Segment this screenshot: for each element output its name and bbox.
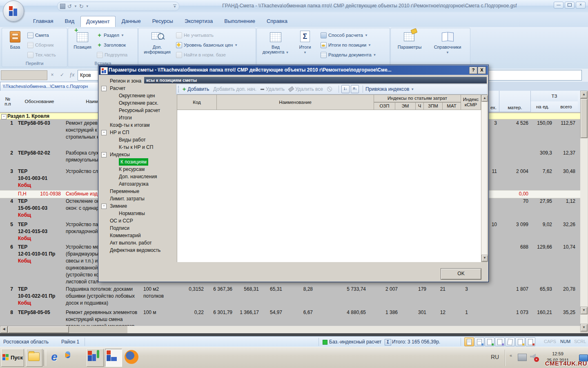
delete-all-button[interactable]: Удалить все <box>289 86 323 92</box>
tree-item-расчет[interactable]: −Расчет <box>99 85 176 92</box>
scroll-left-icon[interactable]: ◀ <box>0 326 8 333</box>
tree-expander-icon[interactable]: − <box>101 86 107 91</box>
tree-item-лимит-затраты[interactable]: Лимит. затраты <box>99 195 176 202</box>
tree-item-к-ты-к-нр-и-сп[interactable]: К-ты к НР и СП <box>99 144 176 151</box>
internet-explorer-button[interactable]: e <box>47 349 62 367</box>
ok-button[interactable]: OK <box>441 268 481 280</box>
index-binding-button[interactable]: Привязка индексов▼ <box>365 86 414 92</box>
tree-item-дефектная-ведомость[interactable]: Дефектная ведомость <box>99 247 176 254</box>
col-mat[interactable]: МАТ <box>443 102 461 110</box>
add-extra-button[interactable]: Добавить доп. нач. <box>213 86 256 92</box>
tab-vypolnenie[interactable]: Выполнение <box>219 16 261 27</box>
document-tab[interactable]: \\Tkacheva\обменна...\Смета с.Подгорн <box>0 82 104 91</box>
grand-smeta-task-button-2[interactable] <box>105 349 122 367</box>
cancel-icon[interactable]: × <box>48 71 56 79</box>
zagolovok-button[interactable]: +Заголовок <box>97 40 126 49</box>
view-mode-button-5[interactable] <box>505 337 515 346</box>
sbornik-button[interactable]: Сборник <box>27 40 54 49</box>
col-header-tz-total[interactable]: всего <box>555 101 578 112</box>
view-mode-button-1[interactable] <box>464 337 474 346</box>
col-header-mat[interactable]: матер. <box>499 91 531 112</box>
col-index-ksmr[interactable]: Индекс кСМР <box>461 94 481 110</box>
tab-dokument[interactable]: Документ <box>80 16 116 27</box>
media-player-button[interactable]: ▶ <box>63 349 80 367</box>
add-button[interactable]: +Добавить <box>183 86 209 92</box>
tree-item-акт-выполн-работ[interactable]: Акт выполн. работ <box>99 239 176 247</box>
grand-smeta-task-button-1[interactable] <box>87 349 104 367</box>
col-naimenovanie[interactable]: Наименование <box>217 94 374 110</box>
tab-ekspertiza[interactable]: Экспертиза <box>179 16 218 27</box>
smeta-button[interactable]: Смета <box>27 31 49 40</box>
fx-icon[interactable]: ƒx <box>68 71 76 79</box>
tab-dannye[interactable]: Данные <box>116 16 146 27</box>
tree-item-регион-и-зона[interactable]: Регион и зона <box>99 77 176 85</box>
tree-expander-icon[interactable]: − <box>101 152 107 157</box>
firefox-button[interactable] <box>123 349 141 367</box>
vertical-scrollbar[interactable]: ▲ ▼ ▼ <box>580 91 588 331</box>
tech-part-button[interactable]: Тех.часть <box>27 50 56 59</box>
close-button[interactable]: × <box>576 2 586 9</box>
numeric-sort-button[interactable]: 1↓ <box>341 85 350 93</box>
col-zpm[interactable]: ЗПМ <box>424 102 443 110</box>
spravochniki-button[interactable]: Справочники▼ <box>428 29 467 55</box>
scroll-up-icon[interactable]: ▲ <box>481 95 488 102</box>
tab-glavnaya[interactable]: Главная <box>28 16 58 27</box>
tree-item-доп-начисления[interactable]: Доп. начисления <box>99 173 176 180</box>
unlink-button[interactable] <box>327 87 332 92</box>
view-mode-button-2[interactable] <box>474 337 484 346</box>
tree-item-виды-работ[interactable]: Виды работ <box>99 136 176 144</box>
tray-chevron-icon[interactable]: « <box>510 353 512 358</box>
dialog-help-button[interactable]: ? <box>469 67 477 74</box>
tab-vid[interactable]: Вид <box>59 16 80 27</box>
ne-uchityvat-button[interactable]: Не учитывать <box>176 31 214 40</box>
tree-item-коэф-ты-к-итогам[interactable]: Коэф-ты к итогам <box>99 121 176 129</box>
col-header-just[interactable]: Обоснование <box>16 91 64 112</box>
col-group-indeksy[interactable]: Индексы по статьям затрат <box>374 94 461 102</box>
podgruppa-button[interactable]: Подгруппа <box>97 50 127 59</box>
tree-item-итоги[interactable]: Итоги <box>99 114 176 121</box>
base-button[interactable]: База <box>4 29 26 49</box>
col-em[interactable]: ЭМ <box>395 102 416 110</box>
parametry-button[interactable]: Параметры <box>393 29 426 49</box>
undo-dropdown-icon[interactable]: ▼ <box>74 4 77 8</box>
dialog-scrollbar[interactable]: ▲ ▼ <box>481 94 488 262</box>
col-ch[interactable]: Ч <box>416 102 424 110</box>
dop-info-button[interactable]: Доп. информация <box>142 29 173 54</box>
razdel-button[interactable]: +Раздел▼ <box>97 31 124 40</box>
tab-resursy[interactable]: Ресурсы <box>147 16 178 27</box>
maximize-button[interactable] <box>565 2 575 9</box>
undo-icon[interactable]: ↺ <box>67 4 72 9</box>
tree-item-автозагрузка[interactable]: Автозагрузка <box>99 180 176 188</box>
scroll-down-icon[interactable]: ▼ <box>580 307 588 314</box>
tree-item-ресурсный-расчет[interactable]: Ресурсный расчет <box>99 107 176 114</box>
hscroll-thumb[interactable] <box>8 326 69 333</box>
tree-item-переменные[interactable]: Переменные <box>99 188 176 195</box>
tree-item-нормативы[interactable]: Нормативы <box>99 210 176 217</box>
tree-item-к-позициям[interactable]: К позициям <box>99 158 176 166</box>
col-header-tz-unit[interactable]: на ед. <box>531 101 555 112</box>
tree-item-подписи[interactable]: Подписи <box>99 224 176 232</box>
position-button[interactable]: + Позиция <box>71 29 94 49</box>
col-kod[interactable]: Код <box>177 94 217 110</box>
nayti-v-norm-baze-button[interactable]: Найти в норм. базе <box>176 50 226 59</box>
delete-button[interactable]: Удалить <box>261 86 285 92</box>
scroll-up-icon[interactable]: ▲ <box>580 91 588 99</box>
tree-item-к-ресурсам[interactable]: К ресурсам <box>99 166 176 173</box>
tree-item-индексы[interactable]: −Индексы <box>99 151 176 158</box>
view-mode-button-4[interactable] <box>495 337 505 346</box>
tree-item-округление-расх-[interactable]: Округление расх. <box>99 99 176 107</box>
itogi-po-pozicii-button[interactable]: Итоги по позиции▼ <box>321 40 371 49</box>
start-button[interactable]: Пуск <box>1 349 24 367</box>
tab-spravka[interactable]: Справка <box>261 16 293 27</box>
save-icon[interactable] <box>60 4 65 9</box>
tree-item-комментарий[interactable]: Комментарий <box>99 232 176 239</box>
sposob-rascheta-button[interactable]: Способ расчета▼ <box>321 31 368 40</box>
view-mode-button-7[interactable] <box>526 337 535 346</box>
dialog-close-button[interactable]: X <box>478 67 486 74</box>
col-ozp[interactable]: ОЗП <box>374 102 395 110</box>
uroven-bazisnyh-cen-button[interactable]: Уровень базисных цен▼ <box>176 40 238 49</box>
tree-expander-icon[interactable]: − <box>101 130 107 135</box>
vid-dokumenta-button[interactable]: Вид документа ▼ <box>260 29 291 55</box>
minimize-button[interactable]: — <box>554 2 564 9</box>
vscroll-thumb[interactable] <box>580 99 588 138</box>
